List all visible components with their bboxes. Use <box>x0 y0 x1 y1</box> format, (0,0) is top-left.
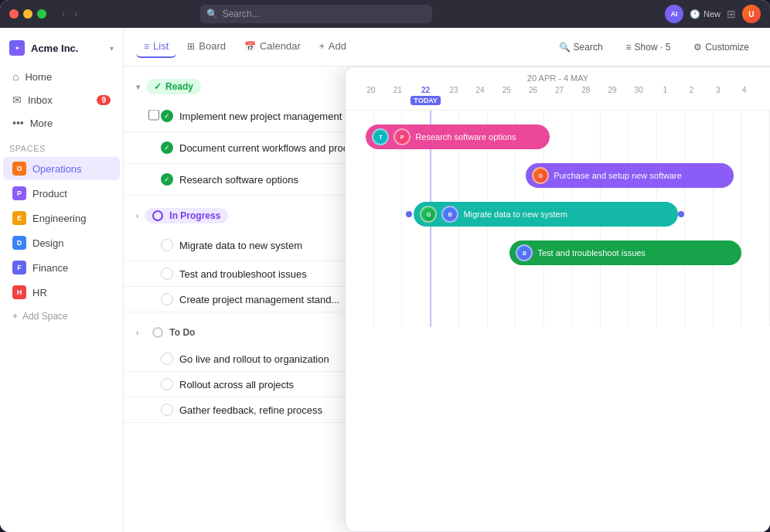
task-select-checkbox[interactable] <box>148 110 159 121</box>
space-icon-operations: O <box>12 162 26 176</box>
sidebar-item-hr[interactable]: H HR <box>3 281 120 304</box>
list-icon: ≡ <box>144 41 149 52</box>
titlebar-nav: ‹ › <box>59 7 80 21</box>
gantt-bar-test[interactable]: B Test and troubleshoot issues <box>509 240 741 265</box>
task-status-empty <box>161 353 173 365</box>
tab-label: Calendar <box>260 40 301 52</box>
titlebar: ‹ › 🔍 Search... AI 🕐 New ⊞ U <box>0 0 770 28</box>
gantt-bar-purchase[interactable]: O Purchase and setup new software <box>526 163 734 188</box>
gantt-bar-migrate[interactable]: G B Migrate data to new system <box>414 202 677 227</box>
date-col: 30 <box>625 86 652 105</box>
gear-icon: ⚙ <box>693 42 702 53</box>
gantt-row: G B Migrate data to new system <box>358 197 758 231</box>
date-col: 2 <box>678 86 704 105</box>
task-status-empty <box>161 239 173 251</box>
new-button[interactable]: 🕐 New <box>690 9 721 19</box>
tab-calendar[interactable]: 📅 Calendar <box>237 36 308 58</box>
task-list: ▾ ✓ Ready ⋮⋮ ✓ Implement new projec <box>124 66 770 532</box>
inbox-badge: 9 <box>97 95 111 105</box>
sidebar-item-product[interactable]: P Product <box>3 182 120 205</box>
sidebar-item-home[interactable]: ⌂ Home <box>3 65 120 88</box>
gantt-avatar: O <box>532 167 549 184</box>
close-dot[interactable] <box>9 9 19 19</box>
clock-icon: 🕐 <box>690 9 700 19</box>
date-col: 24 <box>467 86 493 105</box>
date-col: 1 <box>652 86 678 105</box>
progress-icon <box>152 210 163 221</box>
user-avatar[interactable]: U <box>742 5 761 23</box>
content-area: ≡ List ⊞ Board 📅 Calendar + Add 🔍 <box>124 28 770 532</box>
sidebar-item-label: More <box>30 118 53 129</box>
forward-arrow-icon[interactable]: › <box>71 7 80 21</box>
gantt-avatar: B <box>516 244 533 261</box>
sidebar-item-operations[interactable]: O Operations <box>3 157 120 180</box>
space-label: Design <box>32 237 63 249</box>
sidebar-item-inbox[interactable]: ✉ Inbox 9 <box>3 88 120 111</box>
gantt-avatar: T <box>372 128 389 145</box>
brand-icon: ✦ <box>9 40 25 56</box>
customize-label: Customize <box>705 42 749 53</box>
more-icon: ••• <box>12 117 24 129</box>
toolbar: ≡ List ⊞ Board 📅 Calendar + Add 🔍 <box>124 28 770 66</box>
show-label: Show · 5 <box>635 42 671 53</box>
gantt-bar-research[interactable]: T P Research software options <box>366 124 550 149</box>
sidebar-item-more[interactable]: ••• More <box>3 111 120 135</box>
toolbar-right: 🔍 Search ≡ Show · 5 ⚙ Customize <box>550 37 758 57</box>
sidebar-item-finance[interactable]: F Finance <box>3 256 120 279</box>
tab-label: List <box>153 40 169 52</box>
date-col: 28 <box>573 86 599 105</box>
task-status-empty <box>161 378 173 390</box>
tab-board[interactable]: ⊞ Board <box>179 36 233 58</box>
add-icon: + <box>319 41 325 52</box>
titlebar-right: AI 🕐 New ⊞ U <box>665 5 761 23</box>
bar-label: Test and troubleshoot issues <box>537 248 645 257</box>
brand[interactable]: ✦ Acme Inc. ▾ <box>0 34 123 62</box>
chevron-down-icon: ▾ <box>136 83 140 91</box>
gantt-row: O Purchase and setup new software <box>358 159 758 193</box>
space-icon-engineering: E <box>12 211 26 225</box>
spaces-label: Spaces <box>0 135 123 156</box>
space-icon-product: P <box>12 186 26 200</box>
back-arrow-icon[interactable]: ‹ <box>59 7 68 21</box>
brand-chevron-icon: ▾ <box>110 44 114 53</box>
gantt-row: B Test and troubleshoot issues <box>358 236 758 270</box>
brand-name: Acme Inc. <box>31 43 78 54</box>
date-col: 4 <box>731 86 758 105</box>
date-col: 23 <box>441 86 467 105</box>
tab-list[interactable]: ≡ List <box>136 36 176 58</box>
board-icon: ⊞ <box>187 41 195 52</box>
bar-label: Research software options <box>415 132 516 142</box>
customize-button[interactable]: ⚙ Customize <box>685 37 758 57</box>
grid-icon[interactable]: ⊞ <box>727 8 736 20</box>
ai-badge[interactable]: AI <box>665 5 683 23</box>
sidebar: ✦ Acme Inc. ▾ ⌂ Home ✉ Inbox 9 ••• More … <box>0 28 124 532</box>
gantt-body: T P Research software options O Purchase… <box>346 111 770 327</box>
search-placeholder: Search... <box>223 9 260 19</box>
space-label: HR <box>32 287 47 298</box>
connector-dot-left <box>406 211 412 217</box>
tab-label: Board <box>199 40 226 52</box>
add-space-label: Add Space <box>22 311 68 322</box>
tab-add[interactable]: + Add <box>312 36 354 58</box>
maximize-dot[interactable] <box>37 9 46 19</box>
search-icon: 🔍 <box>559 42 571 53</box>
space-icon-hr: H <box>12 285 26 299</box>
date-col: 20 <box>358 86 384 105</box>
space-icon-design: D <box>12 236 26 250</box>
tab-label: Add <box>329 40 346 52</box>
titlebar-search[interactable]: 🔍 Search... <box>200 5 432 23</box>
bar-label: Migrate data to new system <box>463 210 567 219</box>
date-col-today: 22 TODAY <box>411 86 441 105</box>
search-button[interactable]: 🔍 Search <box>550 37 612 57</box>
chevron-right-icon: › <box>136 329 138 337</box>
sidebar-item-label: Inbox <box>28 94 53 106</box>
show-button[interactable]: ≡ Show · 5 <box>618 37 680 57</box>
minimize-dot[interactable] <box>23 9 32 19</box>
check-icon: ✓ <box>154 81 162 92</box>
sidebar-item-engineering[interactable]: E Engineering <box>3 206 120 230</box>
app-window: ‹ › 🔍 Search... AI 🕐 New ⊞ U ✦ A <box>0 0 770 532</box>
sidebar-item-design[interactable]: D Design <box>3 231 120 254</box>
main-layout: ✦ Acme Inc. ▾ ⌂ Home ✉ Inbox 9 ••• More … <box>0 28 770 532</box>
gantt-header: 20 APR - 4 MAY 20 21 22 TODAY 23 24 25 2… <box>346 67 770 111</box>
add-space-button[interactable]: + Add Space <box>3 306 120 326</box>
